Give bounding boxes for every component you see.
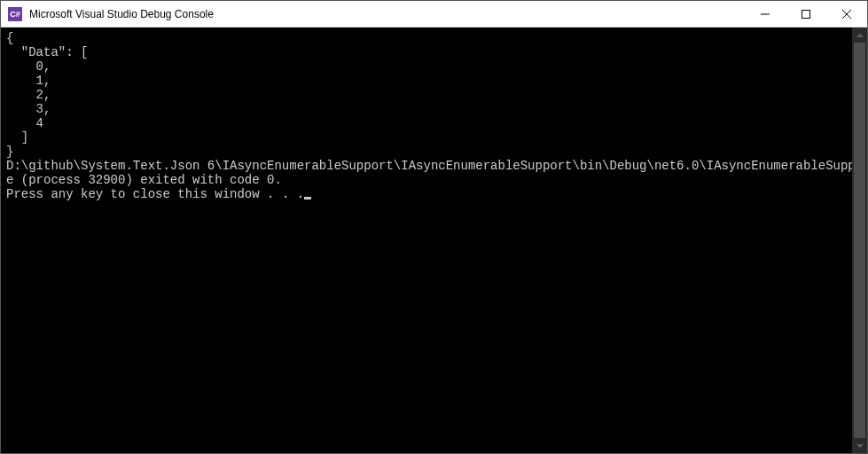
scroll-down-icon[interactable] [852, 438, 867, 453]
console-line: ] [6, 130, 28, 145]
console-line: 3, [6, 102, 51, 116]
console-line: 1, [6, 74, 51, 88]
console-line: 2, [6, 88, 51, 102]
scroll-up-icon[interactable] [852, 27, 867, 43]
scroll-track[interactable] [852, 43, 867, 438]
app-icon: C# [8, 7, 22, 21]
console-line: "Data": [ [6, 45, 88, 59]
svg-rect-1 [802, 10, 810, 18]
console-output[interactable]: { "Data": [ 0, 1, 2, 3, 4 ] } D:\github\… [1, 27, 852, 453]
console-line: e (process 32900) exited with code 0. [6, 173, 282, 187]
scroll-thumb[interactable] [854, 43, 865, 438]
window-controls [745, 1, 867, 27]
console-line: 0, [6, 59, 51, 74]
console-line: Press any key to close this window . . . [6, 187, 304, 201]
console-line: } [6, 145, 13, 159]
minimize-button[interactable] [745, 1, 786, 27]
cursor [304, 197, 311, 200]
vertical-scrollbar[interactable] [852, 27, 867, 453]
console-line: { [6, 31, 13, 45]
titlebar[interactable]: C# Microsoft Visual Studio Debug Console [1, 1, 867, 27]
window-title: Microsoft Visual Studio Debug Console [29, 8, 745, 20]
svg-marker-4 [856, 34, 864, 37]
close-button[interactable] [826, 1, 867, 27]
console-area: { "Data": [ 0, 1, 2, 3, 4 ] } D:\github\… [1, 27, 867, 453]
console-line: 4 [6, 116, 43, 130]
svg-marker-5 [856, 444, 864, 448]
console-line: D:\github\System.Text.Json 6\IAsyncEnume… [6, 159, 852, 173]
maximize-button[interactable] [786, 1, 826, 27]
